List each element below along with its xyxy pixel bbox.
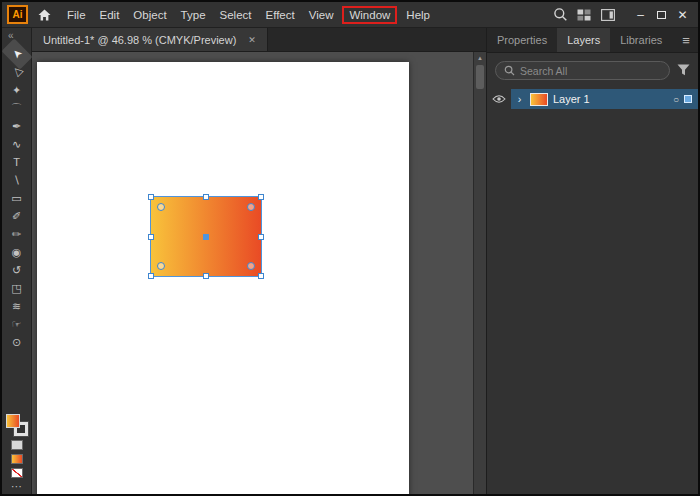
scale-tool[interactable]: ◳ xyxy=(4,279,30,297)
layers-search-row xyxy=(487,53,698,89)
toolbar-overflow-icon[interactable]: ⋯ xyxy=(11,482,22,490)
menu-edit[interactable]: Edit xyxy=(93,6,127,24)
document-tab-title: Untitled-1* @ 46.98 % (CMYK/Preview) xyxy=(43,34,236,46)
close-button[interactable]: ✕ xyxy=(672,5,693,25)
menubar: Ai File Edit Object Type Select Effect V… xyxy=(2,2,698,28)
maximize-icon xyxy=(657,11,666,19)
layer-row[interactable]: › Layer 1 ○ xyxy=(487,89,698,109)
layer-expander-icon[interactable]: › xyxy=(514,93,525,105)
search-icon-small xyxy=(504,62,515,80)
tab-properties[interactable]: Properties xyxy=(487,28,557,52)
tab-layers[interactable]: Layers xyxy=(557,28,610,52)
layer-name[interactable]: Layer 1 xyxy=(553,93,668,105)
tab-libraries[interactable]: Libraries xyxy=(610,28,672,52)
scrollbar-thumb[interactable] xyxy=(476,65,484,89)
menu-file[interactable]: File xyxy=(60,6,93,24)
menu-view[interactable]: View xyxy=(302,6,341,24)
bounding-handle-e[interactable] xyxy=(258,234,264,240)
arrange-documents-icon[interactable] xyxy=(596,9,620,21)
width-tool[interactable]: ≋ xyxy=(4,297,30,315)
selected-gradient-rectangle[interactable] xyxy=(151,197,261,276)
search-icon[interactable] xyxy=(548,7,572,22)
type-tool[interactable]: T xyxy=(4,153,30,171)
none-button[interactable] xyxy=(11,468,23,478)
bounding-handle-n[interactable] xyxy=(203,194,209,200)
panel-menu-icon[interactable]: ≡ xyxy=(674,28,698,52)
menu-type[interactable]: Type xyxy=(174,6,213,24)
tab-close-icon[interactable]: ✕ xyxy=(248,35,256,45)
document-tab-bar: Untitled-1* @ 46.98 % (CMYK/Preview) ✕ xyxy=(32,28,486,52)
filter-icon[interactable] xyxy=(677,62,690,80)
minimize-button[interactable]: – xyxy=(630,5,651,25)
menu-select[interactable]: Select xyxy=(213,6,259,24)
blob-brush-tool[interactable]: ◉ xyxy=(4,243,30,261)
pencil-tool[interactable]: ✏ xyxy=(4,225,30,243)
gradient-button[interactable] xyxy=(11,454,23,464)
panel-tab-bar: Properties Layers Libraries ≡ xyxy=(487,28,698,53)
toolbar-bottom-group: ⋯ xyxy=(6,414,28,490)
menu-effect[interactable]: Effect xyxy=(259,6,302,24)
bounding-handle-nw[interactable] xyxy=(148,194,154,200)
layer-selected-area[interactable]: › Layer 1 ○ xyxy=(511,89,698,109)
color-button[interactable] xyxy=(11,440,23,450)
pen-tool[interactable]: ✒ xyxy=(4,117,30,135)
search-box[interactable] xyxy=(495,61,670,80)
right-panel: Properties Layers Libraries ≡ xyxy=(486,28,698,494)
live-corner-widget-sw[interactable] xyxy=(157,262,165,270)
hand-tool[interactable]: ☞ xyxy=(4,315,30,333)
layer-target-icon[interactable]: ○ xyxy=(673,94,679,105)
paintbrush-tool[interactable]: ✐ xyxy=(4,207,30,225)
maximize-button[interactable] xyxy=(651,5,672,25)
bounding-handle-s[interactable] xyxy=(203,273,209,279)
zoom-tool[interactable]: ⊙ xyxy=(4,333,30,351)
rotate-tool[interactable]: ↺ xyxy=(4,261,30,279)
menu-help[interactable]: Help xyxy=(399,6,437,24)
canvas[interactable] xyxy=(32,52,473,494)
illustrator-window: Ai File Edit Object Type Select Effect V… xyxy=(0,0,700,496)
layer-selection-indicator[interactable] xyxy=(684,95,692,103)
lasso-tool[interactable]: ⌒ xyxy=(4,99,30,117)
bounding-handle-sw[interactable] xyxy=(148,273,154,279)
vertical-scrollbar[interactable]: ▲ xyxy=(473,52,486,494)
live-corner-widget-nw[interactable] xyxy=(157,203,165,211)
bounding-handle-se[interactable] xyxy=(258,273,264,279)
line-segment-tool[interactable]: ∖ xyxy=(4,171,30,189)
rectangle-tool[interactable]: ▭ xyxy=(4,189,30,207)
search-input[interactable] xyxy=(520,65,661,77)
center-point-handle[interactable] xyxy=(203,234,209,240)
workspace-switcher-icon[interactable] xyxy=(572,9,596,21)
app-logo-icon: Ai xyxy=(7,5,28,24)
fill-stroke-swatches[interactable] xyxy=(6,414,28,436)
document-tab[interactable]: Untitled-1* @ 46.98 % (CMYK/Preview) ✕ xyxy=(32,28,268,51)
live-corner-widget-ne[interactable] xyxy=(247,203,255,211)
bounding-handle-w[interactable] xyxy=(148,234,154,240)
tools-panel: « ➤ ▷ ✦ ⌒ ✒ ∿ T ∖ ▭ ✐ ✏ ◉ ↺ ◳ ≋ ☞ ⊙ xyxy=(2,28,32,494)
fill-swatch[interactable] xyxy=(6,414,20,428)
menu-window[interactable]: Window xyxy=(342,6,397,24)
artboard[interactable] xyxy=(37,62,409,494)
layer-thumbnail[interactable] xyxy=(530,93,548,106)
home-icon[interactable] xyxy=(34,9,54,21)
bounding-handle-ne[interactable] xyxy=(258,194,264,200)
live-corner-widget-se[interactable] xyxy=(247,262,255,270)
visibility-toggle[interactable] xyxy=(487,89,511,109)
menu-object[interactable]: Object xyxy=(126,6,173,24)
eye-icon xyxy=(492,90,506,108)
window-controls: – ✕ xyxy=(630,5,693,25)
scroll-up-arrow-icon[interactable]: ▲ xyxy=(474,52,486,64)
curvature-tool[interactable]: ∿ xyxy=(4,135,30,153)
